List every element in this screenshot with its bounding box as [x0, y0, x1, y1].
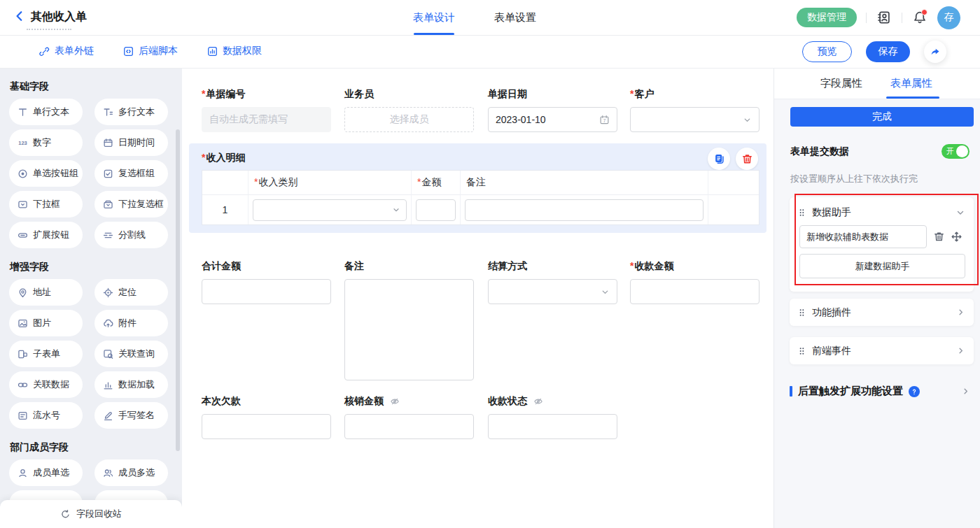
total-amount-input[interactable] [202, 279, 331, 304]
sidebar-scrollbar[interactable] [176, 129, 180, 451]
calendar-icon: 7 [599, 115, 610, 125]
plugin-card[interactable]: 功能插件 [790, 299, 974, 326]
chevron-right-icon[interactable] [961, 387, 970, 396]
category-select[interactable] [253, 199, 407, 221]
note-textarea[interactable] [344, 279, 474, 380]
done-button[interactable]: 完成 [790, 107, 974, 127]
post-trigger-row[interactable]: 后置触发扩展功能设置 [790, 385, 970, 398]
divider [902, 13, 902, 23]
frontend-event-card[interactable]: 前端事件 [790, 337, 974, 364]
notification-bell-icon[interactable] [911, 9, 928, 26]
sidebar-item-member-single[interactable]: 成员单选 [9, 459, 83, 486]
tab-form-properties[interactable]: 表单属性 [890, 68, 932, 99]
sidebar-item-member-multi[interactable]: 成员多选 [94, 459, 168, 486]
sidebar-item-radio-group[interactable]: 单选按钮组 [9, 160, 83, 187]
sidebar-item-number[interactable]: 123 数字 [9, 129, 83, 156]
field-total-amount[interactable]: 合计金额 [202, 259, 331, 304]
row-index: 1 [202, 195, 248, 224]
backend-script-link[interactable]: 后端脚本 [123, 45, 178, 57]
preview-button[interactable]: 预览 [802, 41, 852, 62]
sidebar-item-single-text[interactable]: 单行文本 [9, 99, 83, 125]
form-external-link[interactable]: 表单外链 [39, 45, 94, 57]
income-detail-section[interactable]: 收入明细 收入类别 金额 备注 1 [189, 143, 766, 233]
receive-status-input[interactable] [488, 414, 617, 439]
sidebar-item-linked-query[interactable]: 关联查询 [94, 341, 168, 367]
received-amount-input[interactable] [630, 279, 760, 304]
back-icon[interactable] [14, 10, 25, 22]
data-manage-button[interactable]: 数据管理 [797, 8, 857, 27]
field-settle-method[interactable]: 结算方式 [488, 259, 617, 304]
field-debt[interactable]: 本次欠款 [202, 394, 331, 439]
sidebar-item-image[interactable]: 图片 [9, 310, 83, 336]
field-writeoff[interactable]: 核销金额 [344, 394, 474, 439]
new-assistant-button[interactable]: 新建数据助手 [799, 254, 965, 278]
field-label: 业务员 [344, 88, 374, 101]
avatar[interactable]: 存 [937, 6, 960, 29]
sidebar-item-signature[interactable]: 手写签名 [94, 402, 168, 429]
field-library-sidebar: 基础字段 单行文本 多行文本 123 数字 日期时间 单选按钮组 复选框组 [0, 68, 182, 528]
sidebar-item-linked-data[interactable]: 关联数据 [9, 371, 83, 398]
copy-button[interactable] [708, 148, 730, 170]
trash-icon[interactable] [933, 231, 945, 243]
title-edit-underline [27, 29, 71, 30]
submit-data-toggle[interactable]: 开 [941, 144, 969, 159]
address-book-icon[interactable] [876, 9, 892, 26]
amount-input[interactable] [416, 199, 456, 221]
help-icon[interactable] [909, 386, 920, 397]
customer-select[interactable] [630, 107, 760, 132]
radio-group-icon [18, 169, 28, 179]
sidebar-item-datetime[interactable]: 日期时间 [94, 129, 168, 156]
sidebar-item-serial[interactable]: 流水号 [9, 402, 83, 429]
sidebar-item-data-load[interactable]: 数据加载 [94, 371, 168, 398]
data-load-icon [103, 380, 113, 390]
save-button[interactable]: 保存 [866, 41, 910, 62]
debt-input[interactable] [202, 414, 331, 439]
drag-handle-icon[interactable] [798, 346, 806, 356]
field-label: 客户 [630, 88, 654, 101]
delete-button[interactable] [736, 148, 758, 170]
field-doc-date[interactable]: 单据日期 2023-01-10 7 [488, 87, 617, 132]
move-icon[interactable] [951, 231, 962, 243]
linked-data-icon [18, 380, 28, 390]
note-input[interactable] [465, 199, 704, 221]
field-recycle-bin[interactable]: 字段回收站 [0, 500, 182, 528]
chevron-down-icon[interactable] [955, 208, 965, 217]
sidebar-item-divider[interactable]: 分割线 [94, 222, 168, 248]
chevron-down-icon [743, 115, 752, 124]
share-button[interactable] [924, 41, 946, 63]
tab-form-settings[interactable]: 表单设置 [494, 0, 536, 35]
field-received-amount[interactable]: 收款金额 [630, 259, 760, 304]
field-label: 合计金额 [202, 260, 241, 273]
salesman-member-picker[interactable]: 选择成员 [344, 107, 474, 132]
page-title[interactable]: 其他收入单 [31, 10, 87, 24]
sidebar-item-checkbox-group[interactable]: 复选框组 [94, 160, 168, 187]
writeoff-input[interactable] [344, 414, 474, 439]
sidebar-item-locate[interactable]: 定位 [94, 279, 168, 306]
drag-handle-icon[interactable] [798, 208, 806, 217]
field-doc-no[interactable]: 单据编号 自动生成无需填写 [202, 87, 331, 132]
field-customer[interactable]: 客户 [630, 87, 760, 132]
text-single-icon [18, 107, 28, 117]
detail-data-row: 1 [202, 195, 759, 224]
doc-no-input[interactable]: 自动生成无需填写 [202, 107, 331, 132]
field-salesman[interactable]: 业务员 选择成员 [344, 87, 474, 132]
field-receive-status[interactable]: 收款状态 [488, 394, 617, 439]
data-permission-link[interactable]: 数据权限 [207, 45, 262, 57]
settle-method-select[interactable] [488, 279, 617, 304]
assistant-item-input[interactable]: 新增收款辅助表数据 [799, 225, 927, 248]
plugin-card-title: 功能插件 [812, 306, 851, 319]
doc-date-input[interactable]: 2023-01-10 7 [488, 107, 617, 132]
drag-handle-icon[interactable] [798, 308, 806, 317]
sidebar-item-expand-button[interactable]: 扩展按钮 [9, 222, 83, 248]
sidebar-item-select[interactable]: 下拉框 [9, 191, 83, 217]
field-label: 结算方式 [488, 260, 527, 273]
tab-field-properties[interactable]: 字段属性 [820, 68, 862, 99]
signature-icon [103, 411, 113, 421]
sidebar-item-multi-select[interactable]: 下拉复选框 [94, 191, 168, 217]
sidebar-item-subform[interactable]: 子表单 [9, 341, 83, 367]
sidebar-item-multi-text[interactable]: 多行文本 [94, 99, 168, 125]
tab-form-design[interactable]: 表单设计 [413, 0, 455, 35]
field-note[interactable]: 备注 [344, 259, 474, 380]
sidebar-item-attachment[interactable]: 附件 [94, 310, 168, 336]
sidebar-item-address[interactable]: 地址 [9, 279, 83, 306]
